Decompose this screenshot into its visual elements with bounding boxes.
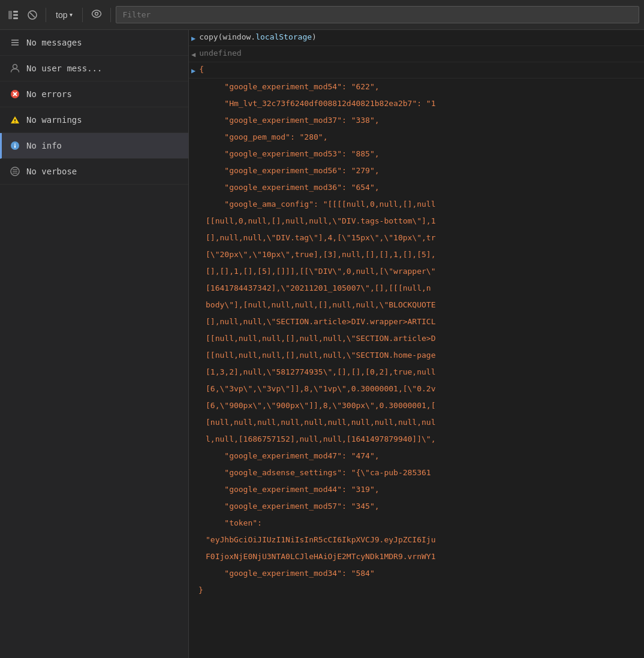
console-output-line-16: [[null,null,null,[],null,null,\"SECTION.… [189,347,644,364]
context-label: top [56,10,67,20]
console-output-line-5: "google_experiment_mod56": "279", [189,162,644,179]
console-output-line-20: [null,null,null,null,null,null,null,null… [189,414,644,431]
console-output-line-3: "goog_pem_mod": "280", [189,129,644,146]
clear-console-button[interactable] [24,8,41,22]
console-output-line-27: "eyJhbGciOiJIUzI1NiIsInR5cCI6IkpXVCJ9.ey… [189,532,644,548]
console-output-line-4: "google_experiment_mod53": "885", [189,146,644,162]
user-icon [10,63,20,74]
sidebar-item-label: No user mess... [26,64,102,73]
svg-rect-2 [13,14,18,16]
console-output-block: "google_experiment_mod54": "622", "Hm_lv… [189,79,644,582]
error-icon [10,89,20,99]
console-output-line-2: "google_experiment_mod37": "338", [189,112,644,129]
console-command-line: ▶ copy(window.localStorage) [189,30,644,46]
console-panel[interactable]: ▶ copy(window.localStorage) ◀ undefined … [189,30,644,658]
divider-2 [82,8,83,22]
sidebar-item-warnings[interactable]: No warnings [0,107,188,133]
console-brace-close: } [189,582,644,599]
svg-line-5 [30,13,35,17]
console-output-line-8: [[null,0,null,[],null,null,\"DIV.tags-bo… [189,213,644,230]
console-output-line-29: "google_experiment_mod34": "584" [189,565,644,582]
svg-rect-0 [8,11,12,19]
console-output-line-7: "google_ama_config": "[[[[null,0,null,[]… [189,196,644,213]
main-content: No messages No user mess... No errors [0,30,644,658]
arrow-right-icon[interactable]: ▶ [191,32,195,44]
svg-point-15 [14,122,16,123]
toggle-sidebar-button[interactable] [5,8,22,22]
console-output-line-23: "google_adsense_settings": "{\"ca-pub-28… [189,464,644,481]
brace-open: { [199,64,204,76]
filter-input[interactable] [116,6,639,23]
console-output-line-26: "token": [189,515,644,532]
console-output-line-11: [],[],1,[],[5],[]]],[[\"DIV\",0,null,[\"… [189,263,644,280]
console-output-line-1: "Hm_lvt_32c73f6240df008812d40821b82ea2b7… [189,95,644,112]
console-command-text: copy(window.localStorage) [199,31,317,43]
divider-1 [46,8,46,22]
sidebar-item-user[interactable]: No user mess... [0,56,188,82]
chevron-down-icon: ▾ [70,11,73,18]
context-selector[interactable]: top ▾ [51,8,77,22]
sidebar-item-verbose[interactable]: No verbose [0,159,188,185]
expand-arrow-icon[interactable]: ▶ [191,65,195,77]
verbose-icon [10,166,20,177]
sidebar-item-label: No errors [26,89,72,99]
eye-button[interactable] [88,7,106,23]
console-output-line-12: [1641784437342],\"20211201_105007\",[],[… [189,280,644,297]
svg-rect-3 [13,17,18,19]
console-output-line-19: [6,\"900px\",\"900px\"]],8,\"300px\",0.3… [189,397,644,414]
sidebar-item-label: No warnings [26,115,82,125]
svg-rect-1 [13,11,18,13]
messages-icon [10,37,20,48]
console-output-line-15: [[null,null,null,[],null,null,\"SECTION.… [189,330,644,347]
console-output-line-13: body\"],[null,null,null,[],null,null,\"B… [189,297,644,313]
sidebar-item-label: No info [26,141,62,150]
console-output-line-28: F0IjoxNjE0NjU3NTA0LCJleHAiOjE2MTcyNDk1MD… [189,548,644,565]
sidebar-item-label: No messages [26,38,82,47]
sidebar-item-label: No verbose [26,167,77,176]
console-output-line-17: [1,3,2],null,\"5812774935\",[],[],[0,2],… [189,364,644,381]
console-output-line-9: [],null,null,\"DIV.tag\"],4,[\"15px\",\"… [189,230,644,246]
arrow-left-icon: ◀ [191,49,195,61]
console-object-open: ▶ { [189,62,644,79]
console-output-line-14: [],null,null,\"SECTION.article>DIV.wrapp… [189,313,644,330]
sidebar-item-info[interactable]: No info [0,133,188,159]
console-output-line-25: "google_experiment_mod57": "345", [189,498,644,515]
warning-icon [10,114,20,125]
console-output-line-24: "google_experiment_mod44": "319", [189,481,644,498]
sidebar-item-errors[interactable]: No errors [0,82,188,107]
sidebar: No messages No user mess... No errors [0,30,189,658]
svg-point-6 [95,12,98,15]
sidebar-item-messages[interactable]: No messages [0,30,188,56]
console-result-undefined-line: ◀ undefined [189,46,644,62]
undefined-text: undefined [199,47,241,59]
console-output-line-21: l,null,[1686757152],null,null,[164149787… [189,431,644,448]
toolbar: top ▾ [0,0,644,30]
svg-point-17 [14,144,16,145]
divider-3 [110,8,111,22]
info-icon [10,140,20,151]
console-output-line-6: "google_experiment_mod36": "654", [189,179,644,196]
console-output-line-18: [6,\"3vp\",\"3vp\"]],8,\"1vp\",0.3000000… [189,381,644,397]
console-output-line-0: "google_experiment_mod54": "622", [189,79,644,95]
console-output-line-22: "google_experiment_mod47": "474", [189,448,644,464]
console-output-line-10: [\"20px\",\"10px\",true],[3],null,[],[],… [189,246,644,263]
svg-point-10 [13,65,17,69]
